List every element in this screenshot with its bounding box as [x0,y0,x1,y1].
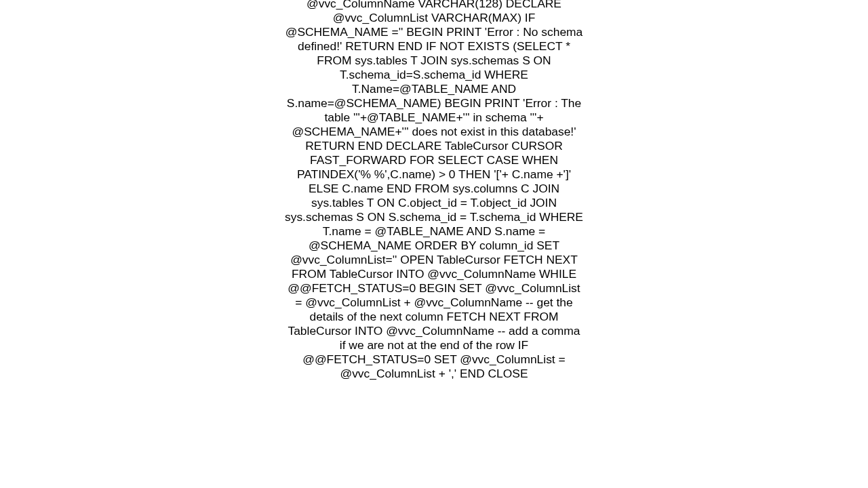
page-container: @vvc_ColumnName VARCHAR(128) DECLARE @vv… [0,0,868,488]
sql-code-text: @vvc_ColumnName VARCHAR(128) DECLARE @vv… [285,0,583,381]
